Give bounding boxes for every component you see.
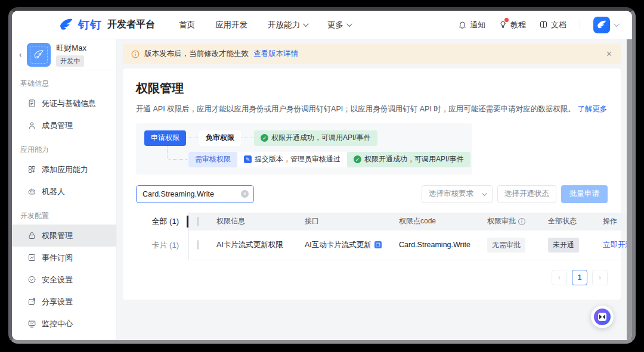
status-badge: 未开通 xyxy=(548,238,579,253)
nav-item-open-capability[interactable]: 开放能力 xyxy=(268,20,307,30)
user-menu[interactable] xyxy=(593,17,618,33)
nav-item-home[interactable]: 首页 xyxy=(179,20,195,30)
notification-button[interactable]: 通知 xyxy=(458,20,485,30)
sidebar-item-share-settings[interactable]: 分享设置 xyxy=(12,291,116,313)
permission-search-box: ✕ xyxy=(136,185,254,203)
browser-window: 钉钉 开发者平台 首页 应用开发 开放能力 更多 通知 教程 文档 xyxy=(8,7,636,344)
assistant-bird-icon xyxy=(598,313,606,321)
monitor-icon xyxy=(27,319,36,328)
app-name: 旺财Max xyxy=(56,43,86,54)
sidebar: ‹ 旺财Max 开发中 基础信息 凭证与基础信息 添加应用能力 成员管理 应用能… xyxy=(12,39,117,340)
permission-table: 权限信息 接口 权限点code 权限审批 i 全部状态 操作 xyxy=(188,213,627,260)
share-edit-icon xyxy=(27,297,36,306)
sidebar-item-members[interactable]: 添加应用能力 成员管理 xyxy=(12,114,116,136)
check-icon: ✓ xyxy=(261,134,268,142)
chevron-down-icon xyxy=(303,21,309,27)
prev-page-button[interactable]: ‹ xyxy=(552,270,567,285)
main-content: 版本发布后，当前修改才能生效 查看版本详情 ✕ 权限管理 开通 API 权限后，… xyxy=(117,39,627,340)
view-version-details-link[interactable]: 查看版本详情 xyxy=(253,49,298,59)
flow-row-1: 申请权限 免审权限 ✓ 权限开通成功，可调用API/事件 xyxy=(144,130,464,146)
flow-connector xyxy=(167,146,187,160)
docs-button[interactable]: 文档 xyxy=(539,20,566,30)
active-tab-indicator xyxy=(187,216,188,228)
sidebar-item-robot[interactable]: 机器人 xyxy=(12,180,116,203)
category-tabs: 全部 (1) 卡片 (1) xyxy=(136,213,188,260)
tutorial-button[interactable]: 教程 xyxy=(499,20,526,30)
column-header-permission: 权限信息 xyxy=(216,216,305,226)
submit-doc-icon: ✎ xyxy=(244,155,252,163)
sidebar-item-monitor[interactable]: 监控中心 xyxy=(12,313,116,335)
capability-grid-icon xyxy=(27,165,36,174)
credential-icon xyxy=(27,99,36,108)
sidebar-item-credentials[interactable]: 凭证与基础信息 xyxy=(12,92,116,114)
column-header-status: 全部状态 xyxy=(548,216,603,226)
api-doc-link-icon[interactable]: ❐ xyxy=(374,241,382,248)
clear-search-icon[interactable]: ✕ xyxy=(241,190,249,198)
banner-text: 版本发布后，当前修改才能生效 xyxy=(144,49,249,59)
next-page-button[interactable]: › xyxy=(592,270,608,285)
dingtalk-wing-icon xyxy=(58,17,74,33)
book-icon xyxy=(539,20,548,29)
row-checkbox[interactable] xyxy=(197,240,199,250)
submit-version-node: ✎ 提交版本，管理员审核通过 xyxy=(237,152,347,167)
brand-logo[interactable]: 钉钉 开发者平台 xyxy=(58,17,155,33)
tab-card[interactable]: 卡片 (1) xyxy=(136,230,188,260)
vertical-scrollbar[interactable] xyxy=(627,39,632,340)
cell-api: AI互动卡片流式更新 ❐ xyxy=(305,240,399,250)
flow-connector xyxy=(186,138,199,138)
nav-item-more[interactable]: 更多 xyxy=(327,20,351,30)
sidebar-item-event-subscription[interactable]: 事件订阅 xyxy=(12,247,116,269)
member-icon xyxy=(27,121,36,130)
cell-code: Card.Streaming.Write xyxy=(399,241,487,249)
chevron-down-icon xyxy=(346,21,352,27)
sidebar-item-permissions[interactable]: 权限管理 xyxy=(12,225,116,247)
dingtalk-wing-icon xyxy=(596,20,607,30)
assistant-gradient-ring xyxy=(594,309,611,325)
cell-permission-name: AI卡片流式更新权限 xyxy=(216,240,305,250)
section-title-release: 应用发布 xyxy=(12,335,116,340)
apply-permission-button[interactable]: 申请权限 xyxy=(144,130,186,146)
success-node-1: ✓ 权限开通成功，可调用API/事件 xyxy=(254,130,377,146)
info-icon[interactable]: i xyxy=(518,218,525,225)
table-row: AI卡片流式更新权限 AI互动卡片流式更新 ❐ Card.Streaming.W… xyxy=(189,230,627,260)
divider xyxy=(580,20,580,30)
chevron-down-icon xyxy=(482,191,487,195)
column-header-api: 接口 xyxy=(305,216,399,226)
select-all-checkbox[interactable] xyxy=(197,217,199,226)
nav-item-app-dev[interactable]: 应用开发 xyxy=(215,20,247,30)
sidebar-item-security[interactable]: 安全设置 xyxy=(12,269,116,291)
dingtalk-wing-icon xyxy=(33,49,45,61)
review-requirement-select[interactable]: 选择审核要求 xyxy=(422,185,493,203)
permission-flow-diagram: 申请权限 免审权限 ✓ 权限开通成功，可调用API/事件 需审核权限 xyxy=(136,123,472,175)
column-header-code: 权限点code xyxy=(399,216,487,226)
section-title-basic-info: 基础信息 xyxy=(12,70,116,92)
learn-more-link[interactable]: 了解更多 xyxy=(577,105,607,113)
version-banner: 版本发布后，当前修改才能生效 查看版本详情 ✕ xyxy=(123,44,621,64)
filter-group: 选择审核要求 选择开通状态 批量申请 xyxy=(422,185,608,203)
avatar xyxy=(593,17,610,33)
nav-right-tools: 通知 教程 文档 xyxy=(458,17,618,33)
app-status-badge: 开发中 xyxy=(56,55,84,67)
brand-suffix: 开发者平台 xyxy=(107,18,155,31)
batch-apply-button[interactable]: 批量申请 xyxy=(561,185,608,203)
open-now-link[interactable]: 立即开通 xyxy=(603,241,627,249)
info-icon xyxy=(131,50,140,58)
section-title-dev-config: 开发配置 xyxy=(12,203,116,225)
brand-name: 钉钉 xyxy=(78,17,102,33)
flow-connector xyxy=(241,138,254,138)
close-icon[interactable]: ✕ xyxy=(606,49,612,58)
no-review-node: 免审权限 xyxy=(199,130,241,146)
search-input[interactable] xyxy=(143,190,241,198)
table-toolbar: ✕ 选择审核要求 选择开通状态 批量申请 xyxy=(136,185,608,203)
flow-row-2: 需审核权限 ✎ 提交版本，管理员审核通过 ✓ 权限开通成功，可调用API/事件 xyxy=(188,152,464,167)
event-icon xyxy=(27,253,36,262)
collapse-sidebar-button[interactable]: ‹ xyxy=(19,50,21,59)
tab-all[interactable]: 全部 (1) xyxy=(136,213,188,230)
assistant-float-button[interactable] xyxy=(591,306,614,328)
open-status-select[interactable]: 选择开通状态 xyxy=(497,185,556,203)
page-1-button[interactable]: 1 xyxy=(572,270,587,285)
check-icon: ✓ xyxy=(354,155,361,163)
sidebar-item-add-capability[interactable]: 添加应用能力 xyxy=(12,158,116,180)
table-header-row: 权限信息 接口 权限点code 权限审批 i 全部状态 操作 xyxy=(189,213,627,230)
notification-dot xyxy=(504,18,509,22)
